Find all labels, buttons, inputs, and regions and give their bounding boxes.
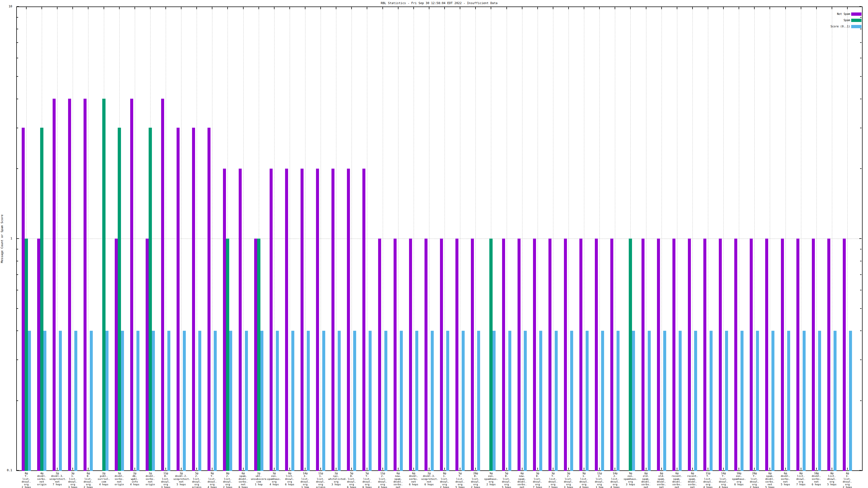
x-tick-top (506, 7, 507, 9)
bar-not-spam (564, 238, 567, 471)
x-axis-label: 4@ dnsbl. sorbs. net origin (34, 472, 50, 486)
x-tick-bottom (367, 468, 367, 470)
x-axis-label: 6@ recent. spam. dnsbl. sorbs. net 6 hop… (669, 472, 685, 488)
x-axis-label: 8@ Y. list. dnswl. org 2 hops (19, 472, 34, 488)
bar-not-spam (456, 238, 458, 471)
y-minor-tick-right (860, 249, 862, 250)
bar-not-spam (84, 99, 87, 471)
y-minor-tick-left (17, 29, 18, 29)
x-tick-bottom (88, 468, 88, 470)
bar-not-spam (502, 238, 505, 471)
gridline-x (568, 8, 569, 470)
bar-not-spam (223, 169, 226, 471)
bar-score (121, 331, 124, 471)
bar-score (369, 331, 372, 471)
bar-score (307, 331, 310, 471)
gridline-x (166, 8, 166, 470)
bar-score (183, 331, 186, 471)
y-minor-tick-right (860, 99, 862, 99)
gridline-x (661, 8, 662, 470)
x-axis-label: 5@ Y. list. dnswl. org 6 hops (359, 472, 375, 488)
x-axis-label: 3@ 2. list. dnswl. org 3 hops (561, 472, 577, 488)
bar-score (446, 331, 449, 471)
y-minor-tick-right (860, 400, 862, 401)
bar-score (818, 331, 821, 471)
x-axis-label: 2@ dnsbl-3. uceprotect. net 6 hops (421, 472, 437, 486)
y-minor-tick-left (17, 249, 18, 250)
x-tick-bottom (475, 468, 476, 470)
bar-score (771, 331, 774, 471)
bar-not-spam (115, 238, 118, 471)
gridline-x (584, 8, 584, 470)
x-tick-top (351, 7, 352, 9)
x-axis-label: 5@ Y. list. dnswl. org 5 hops (452, 472, 468, 488)
gridline-x (723, 8, 724, 470)
x-tick-bottom (413, 468, 414, 470)
bar-score (632, 331, 635, 471)
bar-not-spam (518, 238, 521, 471)
x-tick-top (243, 7, 244, 9)
gridline-x (475, 8, 476, 470)
gridline-x (754, 8, 755, 470)
bar-not-spam (177, 128, 180, 471)
x-axis-label: 6@ spam. dnsbl. sorbs. net 6 hops (236, 472, 251, 488)
y-minor-tick-right (860, 76, 862, 77)
x-tick-bottom (181, 468, 182, 470)
x-axis-label: 11@ Y. list. dnswl. org 4 hops (700, 472, 716, 488)
gridline-x (507, 8, 507, 470)
bar-score (756, 331, 759, 471)
x-tick-top (429, 7, 429, 9)
bar-score (59, 331, 62, 471)
gridline-x (243, 8, 244, 470)
bar-not-spam (425, 238, 428, 471)
bar-not-spam (610, 238, 613, 471)
x-tick-bottom (351, 468, 352, 470)
x-tick-bottom (460, 468, 460, 470)
x-tick-bottom (847, 468, 848, 470)
x-tick-top (57, 7, 58, 9)
bar-spam (257, 238, 260, 471)
x-axis-label: 11@ 1. list. dnswl. org origin (313, 472, 329, 488)
x-axis-label: 9@ 1. list. dnswl. org 4 hops (576, 472, 592, 488)
bar-score (214, 331, 217, 471)
bar-score (648, 331, 651, 471)
bar-not-spam (285, 169, 288, 471)
x-axis-label: 8@ 2. list. dnswl. org 2 hops (220, 472, 236, 488)
bar-score (586, 331, 589, 471)
x-tick-top (847, 7, 848, 9)
x-axis-label: 9@ Y. list. dnswl. org 4 hops (204, 472, 220, 488)
x-tick-top (801, 7, 801, 9)
x-tick-top (196, 7, 197, 9)
x-tick-top (770, 7, 770, 9)
x-tick-bottom (661, 468, 662, 470)
y-minor-tick-left (17, 128, 18, 128)
x-tick-bottom (708, 468, 708, 470)
y-tick-left (17, 6, 19, 7)
bar-not-spam (254, 238, 257, 471)
bar-not-spam (579, 238, 582, 471)
x-axis-label: 0@ list. dnswl. org 6 hops (282, 472, 298, 486)
gridline-x (57, 8, 58, 470)
bar-score (74, 331, 77, 471)
bar-score (245, 331, 248, 471)
x-tick-bottom (723, 468, 724, 470)
bar-score (725, 331, 728, 471)
gridline-x (135, 8, 135, 470)
x-axis-label: 0@ list. dnswl. org 5 hops (824, 472, 840, 486)
x-tick-top (305, 7, 305, 9)
y-minor-tick-left (17, 58, 18, 58)
gridline-x (553, 8, 553, 470)
bar-not-spam (734, 238, 737, 471)
y-minor-tick-right (860, 330, 862, 331)
x-tick-top (104, 7, 104, 9)
bar-score (617, 331, 620, 471)
gridline-x (444, 8, 445, 470)
gridline-x (336, 8, 336, 470)
bar-score (477, 331, 480, 471)
x-tick-bottom (553, 468, 553, 470)
bar-not-spam (208, 128, 211, 471)
bar-not-spam (192, 128, 195, 471)
bar-score (803, 331, 806, 471)
bar-not-spam (316, 169, 319, 471)
gridline-x (460, 8, 460, 470)
